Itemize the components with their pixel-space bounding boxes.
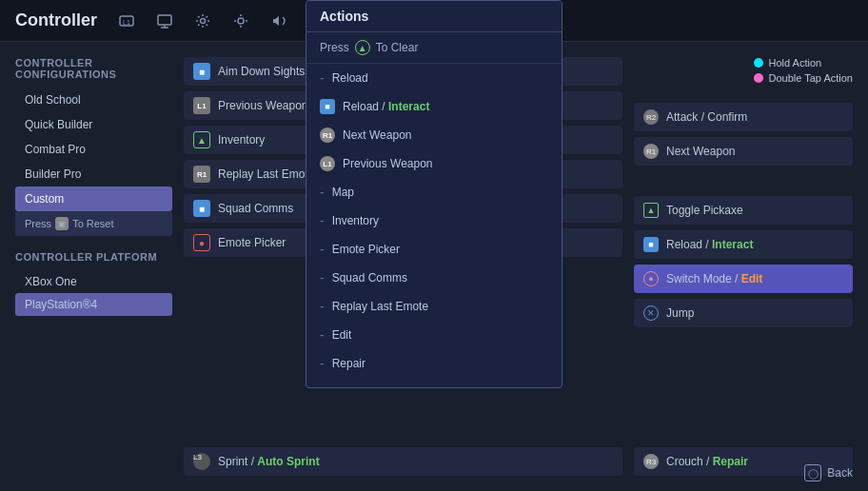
r3-icon: R3 <box>643 454 659 469</box>
list-item-reload[interactable]: - Reload <box>306 64 562 92</box>
right-jump-row[interactable]: ✕ Jump <box>634 299 853 327</box>
config-quick-builder[interactable]: Quick Builder <box>15 112 172 137</box>
list-item-repair[interactable]: - Repair <box>306 349 562 378</box>
list-item-map[interactable]: - Map <box>306 178 562 206</box>
right-attack-row[interactable]: R2 Attack / Confirm <box>634 103 853 131</box>
right-next-weapon-row[interactable]: R1 Next Weapon <box>634 137 853 166</box>
press-reset-button[interactable]: Press ▣ To Reset <box>15 211 172 236</box>
l1-icon: L1 <box>193 97 210 114</box>
nav-monitor[interactable] <box>154 10 175 31</box>
config-old-school[interactable]: Old School <box>15 88 172 112</box>
circle-icon: ● <box>193 234 210 251</box>
legend-double-tap-label: Double Tap Action <box>769 72 853 84</box>
left-panel: Controller Configurations Old School Qui… <box>15 57 172 476</box>
back-icon: ◯ <box>804 464 821 481</box>
configurations-title: Controller Configurations <box>15 57 172 80</box>
platform-list: XBox One PlayStation®4 <box>15 270 172 316</box>
r1b-icon: R1 <box>320 128 335 143</box>
squad-comms-label: Squad Comms <box>218 202 293 215</box>
legend-cyan-dot <box>754 58 763 68</box>
emote-picker-label: Emote Picker <box>218 236 286 249</box>
reload-interact-right-label: Reload / Interact <box>666 238 753 251</box>
platform-xbox[interactable]: XBox One <box>15 270 172 293</box>
list-item-next-weapon-pickaxe[interactable]: - Next Weapon / Pickaxe <box>306 378 562 387</box>
legend-pink-dot <box>754 73 763 83</box>
aim-down-sights-label: Aim Down Sights <box>218 65 305 78</box>
sq-right-icon: ■ <box>643 237 659 252</box>
inventory-label: Inventory <box>218 133 265 147</box>
main-content: Controller Configurations Old School Qui… <box>0 42 868 491</box>
jump-right-label: Jump <box>666 306 694 320</box>
config-combat-pro[interactable]: Combat Pro <box>15 137 172 162</box>
list-item-reload-interact[interactable]: ■ Reload / Interact <box>306 92 562 121</box>
nav-brightness[interactable] <box>230 10 251 31</box>
switch-mode-right-label: Switch Mode / Edit <box>666 272 762 285</box>
list-item-edit[interactable]: - Edit <box>306 321 562 349</box>
circ-right-icon: ● <box>643 271 659 286</box>
list-item-next-weapon[interactable]: R1 Next Weapon <box>306 121 562 149</box>
legend-hold: Hold Action <box>754 57 853 69</box>
actions-list: - Reload ■ Reload / Interact R1 Next Wea… <box>306 64 562 387</box>
legend-hold-label: Hold Action <box>769 57 822 69</box>
sprint-row[interactable]: L3 Sprint / Auto Sprint <box>184 447 622 476</box>
config-list: Old School Quick Builder Combat Pro Buil… <box>15 88 172 236</box>
nav-gear[interactable] <box>192 10 213 31</box>
attack-confirm-label: Attack / Confirm <box>666 110 747 124</box>
replay-emote-label: Replay Last Emote <box>218 167 314 181</box>
next-weapon-right-label: Next Weapon <box>666 145 736 158</box>
right-reload-interact-row[interactable]: ■ Reload / Interact <box>634 230 853 259</box>
list-item-squad-comms[interactable]: - Squad Comms <box>306 264 562 292</box>
actions-modal: Actions Press ▲ To Clear - Reload ■ Relo… <box>306 0 562 388</box>
square-icon-2: ■ <box>193 200 210 217</box>
legend: Hold Action Double Tap Action <box>754 57 853 84</box>
sq-icon: ■ <box>320 99 335 114</box>
right-panel: Hold Action Double Tap Action R2 Attack … <box>634 57 853 476</box>
actions-modal-clear: Press ▲ To Clear <box>306 32 562 64</box>
toggle-pickaxe-right-label: Toggle Pickaxe <box>666 204 743 217</box>
r1-right-icon: R1 <box>643 144 659 159</box>
clear-triangle-icon: ▲ <box>355 40 370 55</box>
reset-btn-icon: ▣ <box>55 217 69 230</box>
crouch-repair-label: Crouch / Repair <box>666 455 748 468</box>
right-switch-mode-row[interactable]: ● Switch Mode / Edit <box>634 265 853 293</box>
back-label: Back <box>827 466 853 480</box>
triangle-icon: ▲ <box>193 131 210 148</box>
page-title: Controller <box>15 10 97 30</box>
back-button[interactable]: ◯ Back <box>804 464 853 481</box>
nav-l1[interactable]: L1 <box>116 10 137 31</box>
right-toggle-pickaxe-row[interactable]: ▲ Toggle Pickaxe <box>634 196 853 225</box>
square-icon: ■ <box>193 63 210 80</box>
nav-volume[interactable] <box>268 10 289 31</box>
r2-icon: R2 <box>643 109 659 125</box>
cross-right-icon: ✕ <box>643 305 659 321</box>
svg-point-6 <box>238 18 244 24</box>
sprint-label: Sprint / Auto Sprint <box>218 455 320 468</box>
r1-icon: R1 <box>193 166 210 183</box>
legend-area: Hold Action Double Tap Action <box>634 57 853 93</box>
platform-title: Controller Platform <box>15 251 172 263</box>
clear-suffix: To Clear <box>376 41 419 54</box>
config-custom[interactable]: Custom <box>15 187 172 211</box>
platform-ps4[interactable]: PlayStation®4 <box>15 293 172 316</box>
tri-right-icon: ▲ <box>643 203 659 218</box>
l3-icon: L3 <box>193 453 210 470</box>
previous-weapon-label: Previous Weapon <box>218 99 308 112</box>
svg-text:L1: L1 <box>123 19 130 26</box>
actions-modal-title: Actions <box>306 1 562 32</box>
l1b-icon: L1 <box>320 156 335 171</box>
svg-point-5 <box>201 18 206 23</box>
list-item-prev-weapon[interactable]: L1 Previous Weapon <box>306 149 562 178</box>
list-item-replay-emote[interactable]: - Replay Last Emote <box>306 292 562 321</box>
svg-rect-2 <box>158 15 171 25</box>
list-item-emote-picker[interactable]: - Emote Picker <box>306 235 562 264</box>
config-builder-pro[interactable]: Builder Pro <box>15 162 172 187</box>
legend-double-tap: Double Tap Action <box>754 72 853 84</box>
list-item-inventory[interactable]: - Inventory <box>306 206 562 235</box>
